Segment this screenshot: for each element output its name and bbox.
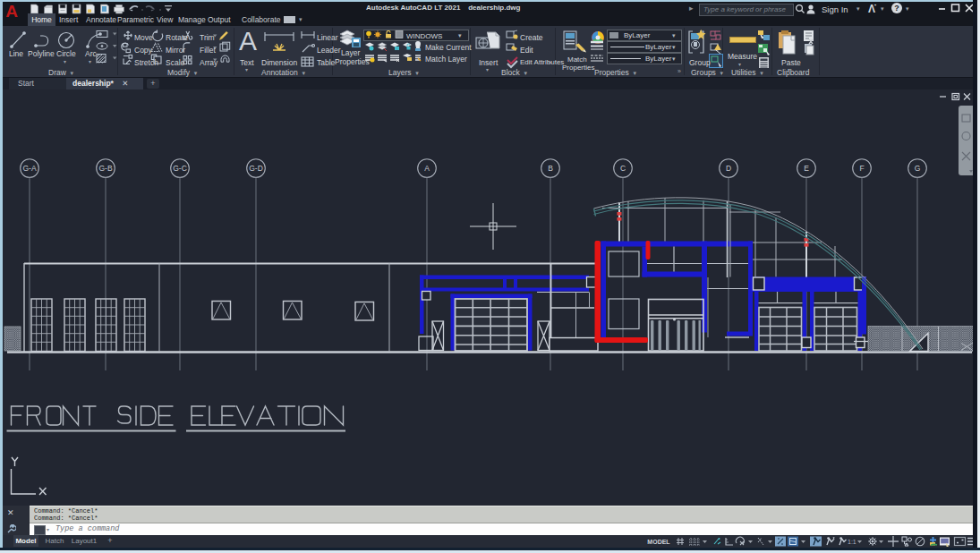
svg-text:A: A (424, 164, 430, 173)
svg-text:C: C (620, 164, 626, 173)
svg-text:G-D: G-D (249, 164, 263, 173)
svg-text:G-B: G-B (98, 164, 112, 173)
svg-text:G-C: G-C (173, 164, 187, 173)
svg-text:B: B (548, 164, 553, 173)
svg-text:G-A: G-A (22, 164, 36, 173)
svg-text:F: F (859, 164, 864, 173)
svg-text:E: E (804, 164, 809, 173)
svg-text:1:1: 1:1 (848, 539, 856, 545)
svg-text:G: G (915, 164, 921, 173)
svg-text:D: D (726, 164, 731, 173)
